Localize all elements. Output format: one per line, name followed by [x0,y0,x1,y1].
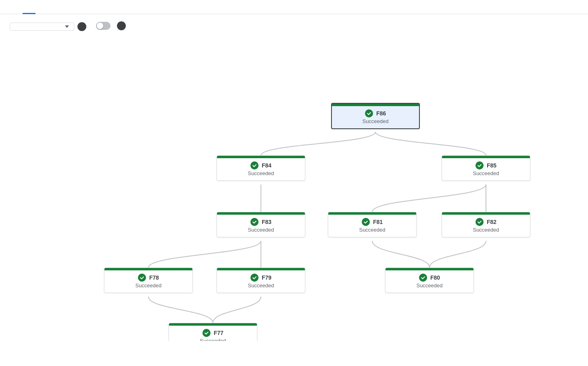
node-F77[interactable]: F77 Succeeded [169,323,257,341]
connector-path [430,241,486,268]
tab-bar [0,0,588,14]
check-icon [475,161,484,169]
node-status: Succeeded [248,170,274,176]
node-content: F79 Succeeded [217,270,305,293]
node-title: F83 [262,219,271,225]
node-content: F83 Succeeded [217,215,305,237]
check-icon [419,274,427,282]
node-content: F82 Succeeded [442,215,530,237]
node-status: Succeeded [135,282,161,289]
node-F82[interactable]: F82 Succeeded [442,212,530,237]
critical-path-group [96,21,126,30]
node-F84[interactable]: F84 Succeeded [217,155,305,181]
node-status: Succeeded [248,282,274,289]
graph-container: F86 Succeeded F84 Succeeded [0,34,588,341]
node-header: F82 [447,218,525,226]
controls-bar [0,14,588,34]
node-title: F78 [149,274,159,281]
node-header: F84 [222,161,300,169]
check-icon [250,161,259,169]
check-icon [475,218,484,226]
critical-path-toggle[interactable] [96,22,111,30]
graph-view-select[interactable] [10,23,74,31]
node-content: F81 Succeeded [328,215,416,237]
node-header: F83 [222,218,300,226]
node-content: F77 Succeeded [169,326,257,341]
node-F83[interactable]: F83 Succeeded [217,212,305,237]
node-title: F77 [214,330,223,336]
node-header: F78 [109,274,188,282]
node-F79[interactable]: F79 Succeeded [217,268,305,293]
check-icon [138,274,146,282]
node-status: Succeeded [473,227,499,233]
critical-path-help-icon[interactable] [117,21,126,30]
node-content: F86 Succeeded [332,106,419,128]
connector-path [375,132,486,155]
node-header: F81 [333,218,411,226]
connector-path [261,132,375,155]
node-F81[interactable]: F81 Succeeded [328,212,417,237]
tab-job-metrics[interactable] [35,0,48,14]
node-content: F85 Succeeded [442,158,530,180]
node-title: F86 [376,110,386,117]
check-icon [250,274,259,282]
node-header: F77 [174,329,252,337]
node-status: Succeeded [248,227,274,233]
tab-job-graph[interactable] [10,0,23,14]
node-header: F80 [390,274,469,282]
node-title: F85 [487,162,496,169]
node-content: F78 Succeeded [104,270,192,293]
node-status: Succeeded [473,170,499,176]
node-status: Succeeded [416,282,442,289]
node-F80[interactable]: F80 Succeeded [385,268,474,293]
node-title: F80 [430,274,440,281]
node-header: F79 [222,274,300,282]
node-F86[interactable]: F86 Succeeded [331,103,420,129]
node-title: F84 [262,162,271,169]
node-F85[interactable]: F85 Succeeded [442,155,530,181]
connector-path [372,241,430,268]
check-icon [250,218,259,226]
node-F78[interactable]: F78 Succeeded [104,268,193,293]
check-icon [202,329,211,337]
node-title: F81 [373,219,383,225]
node-status: Succeeded [362,118,388,124]
node-title: F82 [487,219,496,225]
check-icon [365,109,373,117]
graph-view-help-icon[interactable] [77,22,86,31]
connector-path [148,241,261,268]
node-status: Succeeded [359,227,385,233]
node-content: F80 Succeeded [386,270,473,293]
tab-execution-details[interactable] [23,0,35,14]
node-header: F85 [447,161,525,169]
dropdown-arrow-icon [65,25,69,28]
connector-lines [0,34,588,341]
connector-path [213,297,261,323]
check-icon [362,218,370,226]
node-title: F79 [262,274,271,281]
node-header: F86 [337,109,414,117]
connector-path [148,297,213,323]
node-content: F84 Succeeded [217,158,305,180]
node-status: Succeeded [200,338,226,341]
connector-path [372,184,486,212]
graph-view-group [10,21,86,31]
toggle-knob [97,23,103,29]
